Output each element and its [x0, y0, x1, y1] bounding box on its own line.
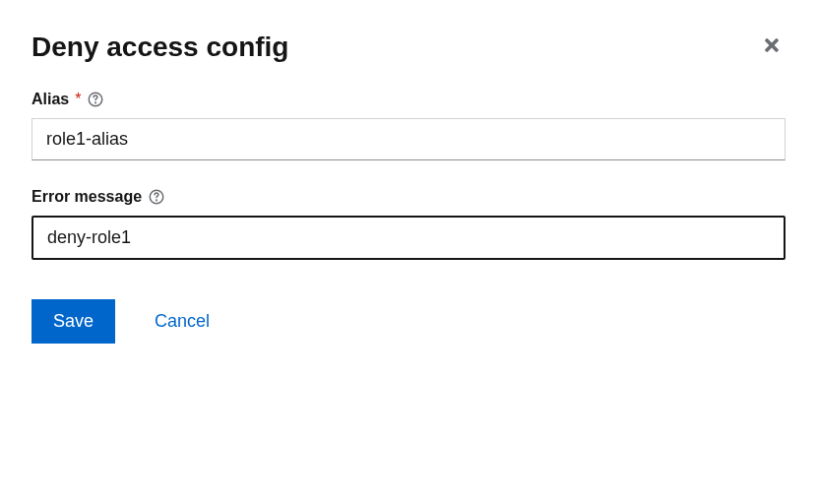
error-message-label-row: Error message — [31, 188, 786, 206]
alias-input[interactable] — [31, 118, 786, 160]
help-icon[interactable] — [87, 91, 104, 108]
alias-form-group: Alias * — [31, 91, 786, 160]
dialog-header: Deny access config — [31, 32, 786, 63]
error-message-form-group: Error message — [31, 188, 786, 260]
required-indicator: * — [75, 91, 81, 108]
svg-point-1 — [95, 102, 96, 103]
error-message-label: Error message — [31, 188, 142, 206]
alias-label-row: Alias * — [31, 91, 786, 108]
help-icon[interactable] — [148, 188, 165, 206]
dialog-title: Deny access config — [31, 32, 288, 63]
svg-point-3 — [157, 200, 157, 201]
alias-label: Alias — [31, 91, 69, 108]
close-icon — [762, 35, 782, 58]
close-button[interactable] — [758, 32, 786, 62]
save-button[interactable]: Save — [31, 299, 115, 344]
dialog-actions: Save Cancel — [31, 299, 786, 344]
cancel-button[interactable]: Cancel — [155, 311, 210, 332]
error-message-input[interactable] — [31, 216, 786, 260]
